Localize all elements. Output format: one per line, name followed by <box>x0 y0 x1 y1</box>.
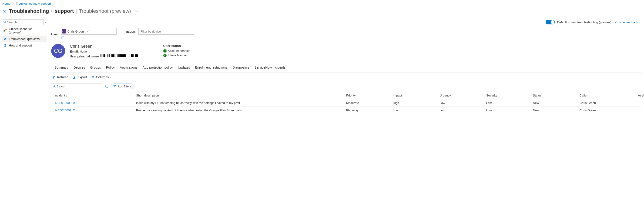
device-filter-input[interactable] <box>138 28 194 35</box>
grid-search-info-icon[interactable]: i <box>105 85 108 88</box>
default-troubleshooting-toggle[interactable] <box>546 20 555 24</box>
svg-rect-8 <box>100 54 101 57</box>
col-urgency[interactable]: Urgency <box>440 94 486 97</box>
device-filter-label: Device <box>126 29 136 34</box>
tab-enrollment[interactable]: Enrollment restrictions <box>195 64 228 72</box>
search-icon <box>53 85 56 88</box>
svg-rect-23 <box>112 54 112 57</box>
collapse-sidebar-button[interactable]: « <box>45 20 46 24</box>
breadcrumb-home[interactable]: Home <box>2 2 10 5</box>
external-link-icon <box>73 109 76 112</box>
svg-rect-13 <box>104 54 105 57</box>
tab-devices[interactable]: Devices <box>73 64 86 72</box>
toggle-label: Default to new troubleshooting (preview) <box>557 20 612 24</box>
table-row[interactable]: INC0010002 Problem accessing my Android … <box>51 107 641 114</box>
grid-header: Incident↓ Short description Priority Imp… <box>51 92 641 99</box>
sidebar-search[interactable] <box>2 19 44 25</box>
incident-link[interactable]: INC0010003 <box>54 101 136 105</box>
svg-line-1 <box>5 22 6 23</box>
page-title-row: Troubleshooting + support | Troubleshoot… <box>0 7 644 18</box>
troubleshoot-nav-icon <box>3 37 7 41</box>
svg-rect-37 <box>128 54 128 57</box>
export-icon <box>72 76 76 79</box>
sidebar-item-help[interactable]: Help and support <box>2 42 46 49</box>
svg-rect-28 <box>117 54 117 57</box>
col-impact[interactable]: Impact <box>393 94 440 97</box>
user-info-icon[interactable]: i <box>61 36 116 39</box>
cell-short-desc: Problem accessing my Android device when… <box>136 109 346 112</box>
tab-groups[interactable]: Groups <box>90 64 102 72</box>
svg-rect-38 <box>129 54 129 57</box>
sidebar-item-label: Guided scenarios (preview) <box>9 27 45 34</box>
cell-urgency: Low <box>440 101 486 105</box>
cell-severity: Low <box>486 109 533 112</box>
svg-rect-2 <box>4 30 5 31</box>
svg-rect-41 <box>135 54 138 57</box>
tab-diagnostics[interactable]: Diagnostics <box>232 64 250 72</box>
sidebar-search-input[interactable] <box>7 20 42 24</box>
search-icon <box>4 21 6 23</box>
user-email: Email: None <box>70 50 140 53</box>
tab-summary[interactable]: Summary <box>54 64 69 72</box>
sort-descending-icon: ↓ <box>66 94 68 97</box>
filter-icon <box>113 85 116 88</box>
col-caller[interactable]: Caller <box>580 94 638 97</box>
user-filter-input[interactable]: CG Chris Green ✕ <box>61 28 116 35</box>
svg-rect-25 <box>114 54 114 57</box>
export-button[interactable]: Export <box>72 75 87 79</box>
svg-rect-22 <box>112 54 112 57</box>
help-support-icon <box>3 43 7 47</box>
main-content: Default to new troubleshooting (preview)… <box>48 18 644 114</box>
col-priority[interactable]: Priority <box>346 94 393 97</box>
refresh-button[interactable]: Refresh <box>52 75 68 79</box>
table-row[interactable]: INC0010003 Issue with my PC not starting… <box>51 99 641 107</box>
breadcrumb-current[interactable]: Troubleshooting + support <box>16 2 51 5</box>
tab-policy[interactable]: Policy <box>106 64 115 72</box>
col-short-desc[interactable]: Short description <box>136 94 346 97</box>
incident-link[interactable]: INC0010002 <box>54 109 136 112</box>
user-chip: CG Chris Green ✕ <box>62 29 91 33</box>
cell-caller: Chris Green <box>580 109 638 112</box>
svg-rect-14 <box>105 54 106 57</box>
title-more-button[interactable]: ⋯ <box>133 8 139 14</box>
tab-applications[interactable]: Applications <box>119 64 138 72</box>
col-status[interactable]: Status <box>533 94 580 97</box>
grid-search[interactable] <box>51 83 102 89</box>
svg-line-4 <box>5 30 6 31</box>
troubleshoot-icon <box>2 9 6 13</box>
col-incident[interactable]: Incident↓ <box>54 94 136 97</box>
col-assignment[interactable]: Assignment gr… <box>638 94 644 97</box>
svg-rect-32 <box>120 54 122 57</box>
columns-button[interactable]: Columns ▾ <box>91 75 112 79</box>
svg-rect-18 <box>108 54 108 57</box>
user-chip-remove[interactable]: ✕ <box>85 30 90 33</box>
svg-rect-21 <box>111 54 111 57</box>
col-severity[interactable]: Severity <box>486 94 533 97</box>
svg-rect-3 <box>6 29 6 30</box>
user-chip-name: Chris Green <box>68 30 84 33</box>
grid-search-input[interactable] <box>56 85 101 88</box>
sidebar-item-guided[interactable]: Guided scenarios (preview) <box>2 26 46 35</box>
check-icon: ✓ <box>163 49 166 52</box>
cell-urgency: Low <box>440 109 486 112</box>
user-filter-label: User <box>51 32 58 36</box>
sidebar-item-label: Troubleshoot (preview) <box>9 37 40 41</box>
guided-scenarios-icon <box>3 29 7 32</box>
incidents-grid: Incident↓ Short description Priority Imp… <box>51 92 641 114</box>
svg-text:i: i <box>106 85 107 88</box>
svg-rect-10 <box>102 54 102 57</box>
svg-point-0 <box>4 21 6 23</box>
tab-app-protection[interactable]: App protection policy <box>142 64 173 72</box>
cell-assignment <box>638 109 644 112</box>
cell-impact: High <box>393 101 440 105</box>
provide-feedback-link[interactable]: Provide feedback <box>615 20 638 24</box>
page-subtitle: | Troubleshoot (preview) <box>76 8 131 14</box>
tab-updates[interactable]: Updates <box>177 64 190 72</box>
cell-severity: Low <box>486 101 533 105</box>
cell-status: New <box>533 101 580 105</box>
sidebar-item-troubleshoot[interactable]: Troubleshoot (preview) <box>2 35 46 42</box>
status-account-enabled: ✓ Account enabled <box>163 49 190 52</box>
add-filters-button[interactable]: Add filters <box>111 83 134 89</box>
svg-rect-27 <box>116 54 116 57</box>
tab-servicenow[interactable]: ServiceNow incidents <box>254 64 286 72</box>
